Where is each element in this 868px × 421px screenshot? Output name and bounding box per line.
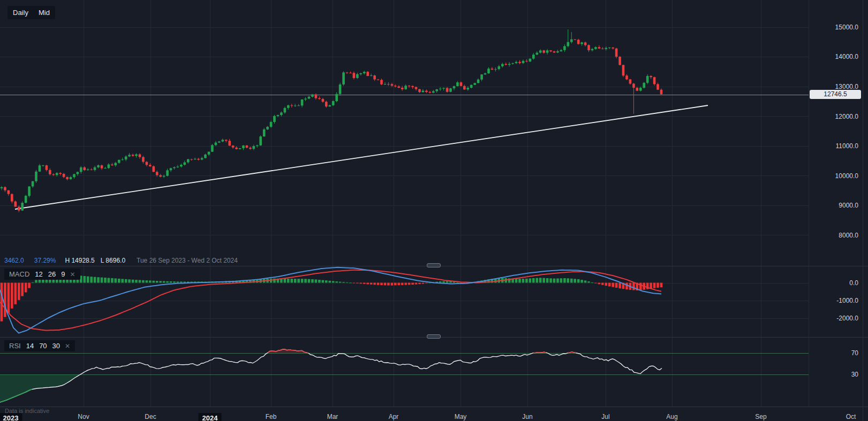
interval-daily-button[interactable]: Daily <box>7 6 34 19</box>
price-mid-button[interactable]: Mid <box>33 6 55 19</box>
macd-title: MACD <box>9 271 29 278</box>
axis-label: 70 <box>851 349 858 357</box>
axis-label: 0.0 <box>849 279 858 287</box>
time-label-month: Jun <box>522 413 532 420</box>
axis-label: 9000.0 <box>839 201 858 210</box>
axis-label: 14000.0 <box>835 52 858 61</box>
time-label-month: Sep <box>755 413 766 420</box>
time-label-year: 2023 <box>0 413 22 421</box>
time-label-year: 2024 <box>199 413 222 421</box>
time-label-month: Dec <box>145 413 156 420</box>
macd-param-signal: 9 <box>61 271 65 278</box>
time-label-month: Mar <box>327 413 338 420</box>
axis-label: 12000.0 <box>835 112 858 121</box>
rsi-title: RSI <box>9 342 21 349</box>
macd-indicator-chip: MACD 12 26 9 ✕ <box>4 269 80 280</box>
change-value: 3462.0 <box>4 257 24 264</box>
current-price-label: 12746.5 <box>810 90 861 99</box>
axis-label: 11000.0 <box>836 142 859 150</box>
period-low: L 8696.0 <box>101 257 125 264</box>
axis-label: 15000.0 <box>835 23 858 32</box>
time-label-month: Oct <box>846 413 856 420</box>
axis-label: -1000.0 <box>836 296 858 305</box>
status-line: 3462.0 37.29% H 14928.5 L 8696.0 Tue 26 … <box>4 257 238 264</box>
time-label-month: Apr <box>389 413 399 420</box>
macd-param-slow: 26 <box>48 271 56 278</box>
price-axis[interactable]: 15000.014000.013000.012000.011000.010000… <box>809 0 863 407</box>
macd-pane-resize-handle[interactable] <box>427 263 441 267</box>
axis-label: -2000.0 <box>836 314 858 323</box>
time-label-month: Aug <box>666 413 677 420</box>
trading-chart-window: Daily Mid 3462.0 37.29% H 14928.5 L 8696… <box>0 0 868 421</box>
change-percent: 37.29% <box>34 257 56 264</box>
rsi-indicator-chip: RSI 14 70 30 ✕ <box>4 340 75 351</box>
date-range: Tue 26 Sep 2023 - Wed 2 Oct 2024 <box>137 257 238 264</box>
time-label-month: Nov <box>78 413 89 420</box>
time-label-month: Feb <box>266 413 277 420</box>
rsi-close-icon[interactable]: ✕ <box>65 343 70 349</box>
rsi-pane-resize-handle[interactable] <box>427 334 441 339</box>
time-label-month: May <box>455 413 467 420</box>
time-label-month: Jul <box>601 413 609 420</box>
axis-label: 8000.0 <box>839 231 858 240</box>
axis-label: 30 <box>851 370 858 379</box>
macd-param-fast: 12 <box>35 271 42 278</box>
rsi-param-overbought: 70 <box>39 342 47 349</box>
rsi-param-length: 14 <box>26 342 34 349</box>
axis-label: 10000.0 <box>835 172 858 180</box>
macd-close-icon[interactable]: ✕ <box>70 271 75 278</box>
time-axis[interactable]: 2023NovDec2024FebMarAprMayJunJulAugSepOc… <box>0 407 868 421</box>
period-high: H 14928.5 <box>65 257 94 264</box>
rsi-param-oversold: 30 <box>52 342 60 349</box>
data-indicative-note: Data is indicative <box>5 408 49 414</box>
